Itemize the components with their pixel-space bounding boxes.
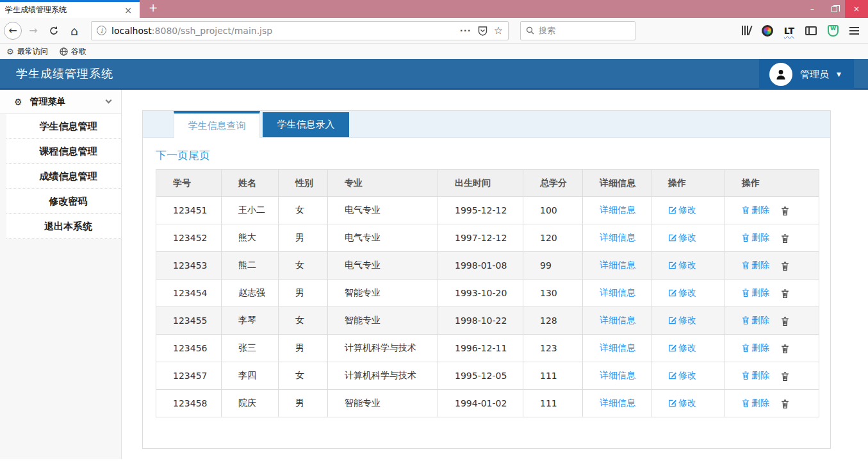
last-page-link[interactable]: 尾页 — [188, 149, 210, 162]
detail-link[interactable]: 详细信息 — [600, 342, 635, 354]
sidebar-item[interactable]: 成绩信息管理 — [6, 164, 121, 189]
trash-button-icon[interactable] — [781, 289, 789, 299]
cell-name: 李四 — [222, 362, 279, 390]
table-row: 123452 熊大 男 电气专业 1997-12-12 120 详细信息 修改 … — [156, 224, 819, 252]
tab-student-entry[interactable]: 学生信息录入 — [263, 112, 349, 137]
edit-link[interactable]: 修改 — [668, 398, 696, 409]
bookmark-google[interactable]: 谷歌 — [60, 46, 86, 57]
tab-student-query[interactable]: 学生信息查询 — [174, 111, 260, 138]
detail-link[interactable]: 详细信息 — [600, 232, 635, 244]
sidebar-item[interactable]: 修改密码 — [6, 189, 121, 214]
trash-button-icon[interactable] — [781, 372, 789, 381]
cell-credits: 111 — [523, 362, 583, 390]
cell-credits: 100 — [523, 197, 583, 224]
trash-icon — [742, 371, 749, 380]
address-bar[interactable]: i localhost:8080/ssh_project/main.jsp ··… — [91, 21, 509, 40]
trash-button-icon[interactable] — [781, 262, 789, 271]
chevron-down-icon — [106, 97, 112, 104]
trash-icon — [742, 344, 749, 353]
pocket-shield-icon[interactable] — [478, 26, 487, 36]
cell-birth-date: 1997-12-12 — [438, 224, 523, 252]
edit-link[interactable]: 修改 — [668, 232, 696, 244]
user-menu[interactable]: 管理员 ▼ — [759, 59, 854, 90]
delete-link[interactable]: 删除 — [742, 370, 769, 381]
back-button[interactable]: ← — [4, 22, 22, 40]
cell-name: 熊大 — [222, 224, 279, 252]
column-header: 学号 — [156, 170, 222, 197]
trash-button-icon[interactable] — [781, 234, 789, 244]
delete-link[interactable]: 删除 — [742, 342, 769, 354]
site-info-icon[interactable]: i — [97, 26, 106, 35]
restore-icon — [831, 6, 837, 12]
delete-link[interactable]: 删除 — [742, 398, 769, 409]
edit-link[interactable]: 修改 — [668, 315, 696, 326]
edit-icon — [668, 289, 676, 297]
cell-birth-date: 1998-10-22 — [438, 307, 523, 335]
wappalyzer-shield-icon[interactable] — [828, 25, 839, 37]
edit-link[interactable]: 修改 — [668, 370, 696, 381]
languagetool-icon[interactable]: LT — [784, 26, 794, 36]
app-header: 学生成绩管理系统 管理员 ▼ — [0, 59, 868, 90]
edit-link[interactable]: 修改 — [668, 342, 696, 354]
trash-button-icon[interactable] — [781, 344, 789, 354]
delete-link[interactable]: 删除 — [742, 287, 769, 299]
search-bar[interactable]: 搜索 — [520, 21, 635, 40]
page-actions-icon[interactable]: ··· — [460, 26, 471, 35]
bookmark-star-icon[interactable]: ☆ — [494, 24, 503, 37]
edit-icon — [668, 316, 676, 324]
trash-button-icon[interactable] — [781, 317, 789, 326]
cell-major: 计算机科学与技术 — [328, 362, 438, 390]
forward-button[interactable]: → — [24, 22, 42, 40]
sidebar-item[interactable]: 课程信息管理 — [6, 139, 121, 164]
sidebar-item[interactable]: 退出本系统 — [6, 214, 121, 239]
edit-link[interactable]: 修改 — [668, 260, 696, 271]
edit-link[interactable]: 修改 — [668, 205, 696, 216]
detail-link[interactable]: 详细信息 — [600, 398, 635, 409]
home-button[interactable]: ⌂ — [65, 22, 83, 40]
delete-link[interactable]: 删除 — [742, 205, 769, 216]
sidebar-menu-header[interactable]: ⚙ 管理菜单 — [0, 90, 121, 114]
sidebar-submenu: 学生信息管理课程信息管理成绩信息管理修改密码退出本系统 — [6, 114, 121, 239]
trash-icon — [742, 289, 749, 298]
restore-button[interactable] — [823, 0, 845, 18]
column-header: 总学分 — [523, 170, 583, 197]
close-button[interactable]: × — [845, 0, 868, 18]
detail-link[interactable]: 详细信息 — [600, 370, 635, 381]
menu-icon[interactable] — [849, 27, 859, 35]
delete-link[interactable]: 删除 — [742, 260, 769, 271]
detail-link[interactable]: 详细信息 — [600, 205, 635, 216]
edit-link[interactable]: 修改 — [668, 287, 696, 299]
trash-button-icon[interactable] — [781, 399, 789, 409]
url-text[interactable]: localhost:8080/ssh_project/main.jsp — [111, 26, 455, 36]
detail-link[interactable]: 详细信息 — [600, 287, 635, 299]
delete-link[interactable]: 删除 — [742, 315, 769, 326]
reload-icon — [49, 26, 58, 35]
detail-link[interactable]: 详细信息 — [600, 315, 635, 326]
cell-gender: 男 — [279, 390, 328, 417]
reload-button[interactable] — [45, 22, 63, 40]
sidebar-toggle-icon[interactable] — [805, 26, 817, 35]
library-icon[interactable] — [742, 26, 751, 35]
column-header: 专业 — [328, 170, 438, 197]
new-tab-button[interactable]: + — [140, 0, 167, 18]
browser-tab[interactable]: 学生成绩管理系统 × — [0, 0, 140, 18]
trash-icon — [742, 316, 749, 325]
trash-button-icon[interactable] — [781, 206, 789, 216]
delete-link[interactable]: 删除 — [742, 232, 769, 244]
table-row: 123451 王小二 女 电气专业 1995-12-12 100 详细信息 修改… — [156, 197, 819, 224]
cell-gender: 男 — [279, 224, 328, 252]
url-host: localhost — [111, 26, 152, 36]
extension-sphere-icon[interactable] — [762, 25, 773, 37]
tab-close-icon[interactable]: × — [122, 5, 135, 15]
bookmark-most-visited[interactable]: ⚙最常访问 — [6, 46, 48, 57]
cell-gender: 女 — [279, 307, 328, 335]
column-header: 性别 — [279, 170, 328, 197]
minimize-button[interactable]: – — [801, 0, 823, 18]
cell-name: 院庆 — [222, 390, 279, 417]
content-card: 学生信息查询 学生信息录入 下一页尾页 学号姓名性别专业出生时间总学分详细信息操… — [142, 110, 831, 449]
detail-link[interactable]: 详细信息 — [600, 260, 635, 271]
sidebar-item[interactable]: 学生信息管理 — [6, 114, 121, 139]
user-icon — [774, 68, 787, 81]
next-page-link[interactable]: 下一页 — [156, 149, 188, 162]
table-row: 123456 张三 男 计算机科学与技术 1996-12-11 123 详细信息… — [156, 335, 819, 362]
